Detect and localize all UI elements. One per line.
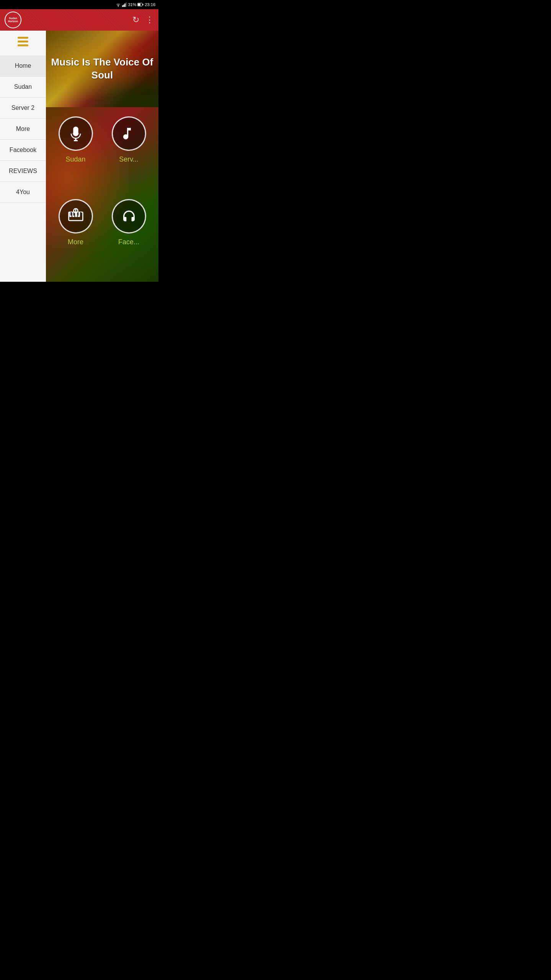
headphone-icon	[121, 209, 137, 224]
sidebar-item-4you[interactable]: 4You	[0, 182, 46, 203]
grid-label-server2: Serv...	[119, 155, 139, 163]
header-actions: ↻ ⋮	[132, 15, 154, 25]
sidebar-item-more[interactable]: More	[0, 119, 46, 140]
grid-item-more: More	[52, 199, 99, 274]
sidebar-item-server2[interactable]: Server 2	[0, 98, 46, 119]
status-bar: 31% 23:16	[0, 0, 158, 9]
svg-point-0	[118, 6, 119, 7]
grid-section: Sudan Serv...	[46, 107, 158, 282]
app-logo: SudanHorizon	[5, 11, 21, 28]
wifi-icon	[116, 2, 121, 7]
sidebar-item-reviews[interactable]: REVIEWS	[0, 161, 46, 182]
sidebar-item-facebook[interactable]: Facebook	[0, 140, 46, 161]
grid-item-server2: Serv...	[105, 116, 152, 191]
hamburger-icon[interactable]	[18, 37, 28, 46]
server2-button[interactable]	[112, 116, 146, 151]
content-area: Music Is The Voice Of Soul	[46, 31, 158, 282]
grid-label-facebook: Face...	[118, 238, 139, 246]
grid-label-sudan: Sudan	[65, 155, 85, 163]
svg-rect-1	[122, 5, 123, 7]
battery-icon	[137, 3, 143, 7]
piano-icon	[67, 208, 84, 225]
music-note-icon	[121, 126, 137, 141]
grid-item-sudan: Sudan	[52, 116, 99, 191]
svg-rect-19	[80, 212, 82, 216]
sidebar-item-home[interactable]: Home	[0, 56, 46, 77]
hamburger-bar-1	[18, 37, 28, 39]
svg-rect-6	[143, 4, 143, 5]
overflow-menu-icon[interactable]: ⋮	[145, 15, 154, 25]
app-header: SudanHorizon ↻ ⋮	[0, 9, 158, 31]
main-layout: Home Sudan Server 2 More Facebook REVIEW…	[0, 31, 158, 282]
hero-banner: Music Is The Voice Of Soul	[46, 31, 158, 107]
facebook-button[interactable]	[112, 199, 146, 234]
svg-rect-16	[70, 212, 72, 216]
status-icons: 31% 23:16	[116, 2, 155, 7]
battery-percent: 31%	[128, 2, 136, 7]
clock: 23:16	[145, 2, 155, 7]
hero-title: Music Is The Voice Of Soul	[46, 56, 158, 82]
svg-rect-3	[125, 3, 126, 7]
hamburger-bar-3	[18, 44, 28, 46]
grid-item-facebook: Face...	[105, 199, 152, 274]
hamburger-bar-2	[18, 41, 28, 42]
svg-rect-2	[124, 5, 125, 7]
signal-icon	[122, 2, 127, 7]
sudan-button[interactable]	[59, 116, 93, 151]
more-button[interactable]	[59, 199, 93, 234]
svg-rect-4	[126, 2, 127, 7]
refresh-icon[interactable]: ↻	[132, 15, 139, 25]
mic-icon	[68, 126, 83, 141]
sidebar-item-sudan[interactable]: Sudan	[0, 77, 46, 98]
grid-label-more: More	[68, 238, 83, 246]
logo-text: SudanHorizon	[8, 17, 18, 23]
svg-rect-7	[138, 3, 140, 6]
sidebar: Home Sudan Server 2 More Facebook REVIEW…	[0, 31, 46, 282]
